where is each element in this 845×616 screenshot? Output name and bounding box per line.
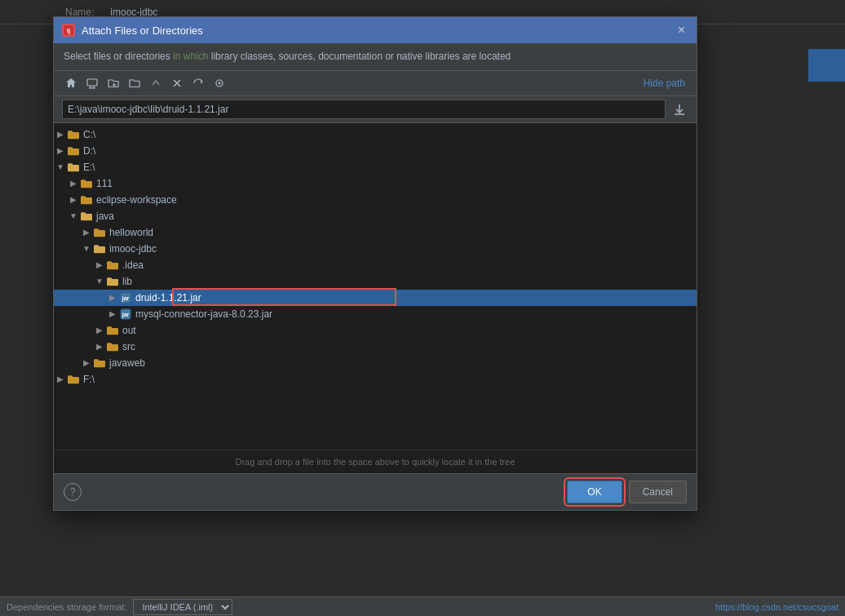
toolbar-home-button[interactable] [62,74,80,92]
tree-item-label: druid-1.1.21.jar [135,292,201,304]
file-tree-wrapper: ▶ C:\▶ D:\▼ E:\▶ 111▶ eclipse-workspace▼… [54,123,697,450]
tree-item-label: helloworld [109,227,153,238]
tree-item[interactable]: ▼ java [54,208,697,224]
help-button[interactable]: ? [64,483,82,501]
folder-icon [67,373,80,386]
tree-arrow: ▼ [93,277,106,286]
cancel-button[interactable]: Cancel [629,481,687,503]
hide-path-button[interactable]: Hide path [640,76,688,91]
tree-arrow: ▶ [67,179,80,188]
svg-point-11 [219,82,221,84]
tree-arrow: ▶ [93,260,106,269]
folder-icon [67,128,80,141]
tree-item[interactable]: ▶ helloworld [54,224,697,241]
tree-item[interactable]: ▶ src [54,339,697,355]
toolbar-refresh-button[interactable] [189,74,207,92]
folder-icon [80,193,93,206]
dialog-description: Select files or directories in which lib… [54,43,697,71]
right-panel-highlight [808,49,845,82]
dep-format-select[interactable]: IntelliJ IDEA (.iml) [133,599,232,615]
tree-item[interactable]: ▶ jar mysql-connector-java-8.0.23.jar [54,306,697,322]
ide-background: Name: imooc-jdbc Sources Paths Dependenc… [0,0,845,616]
folder-icon [80,210,93,223]
tree-item-label: lib [122,276,132,287]
tree-item-label: .idea [122,259,144,271]
tree-item[interactable]: ▶ out [54,322,697,339]
tree-item-label: java [96,211,114,222]
dialog-app-icon: ij [62,24,75,37]
tree-arrow: ▼ [54,162,67,171]
dep-format-section: Dependencies storage format: IntelliJ ID… [7,599,232,615]
toolbar-show-hidden-button[interactable] [210,74,228,92]
tree-item[interactable]: ▶ .idea [54,257,697,273]
folder-icon [80,177,93,190]
folder-icon [67,144,80,157]
tree-item[interactable]: ▼ imooc-jdbc [54,241,697,257]
tree-item[interactable]: ▶ javaweb [54,355,697,371]
tree-item-label: eclipse-workspace [96,194,177,206]
tree-item-label: C:\ [83,129,95,140]
tree-item[interactable]: ▶ C:\ [54,126,697,143]
tree-arrow: ▶ [54,146,67,155]
tree-arrow: ▶ [93,342,106,351]
jar-icon: jar [119,308,132,321]
tree-item[interactable]: ▶ F:\ [54,371,697,388]
folder-icon [106,275,119,288]
folder-icon [106,324,119,337]
tree-item-label: mysql-connector-java-8.0.23.jar [135,308,272,320]
path-bar [54,96,697,123]
ok-button[interactable]: OK [567,481,622,503]
tree-item[interactable]: ▼ E:\ [54,159,697,175]
tree-item-label: F:\ [83,374,95,385]
toolbar-new-folder-button[interactable] [104,74,122,92]
folder-icon [67,161,80,174]
status-url: https://blog.csdn.net/csucsgoat [715,602,838,612]
toolbar-folder-button[interactable] [126,74,144,92]
tree-arrow: ▶ [106,293,119,302]
tree-item[interactable]: ▶ jar druid-1.1.21.jar [54,290,697,306]
tree-arrow: ▶ [54,130,67,139]
tree-item[interactable]: ▼ lib [54,273,697,290]
tree-item-label: E:\ [83,162,95,173]
tree-arrow: ▼ [67,211,80,220]
tree-item-label: 111 [96,178,113,189]
tree-item-label: D:\ [83,145,95,157]
tree-arrow: ▶ [106,309,119,318]
path-input[interactable] [62,100,666,119]
dialog-toolbar: Hide path [54,71,697,96]
dialog-title-bar: ij Attach Files or Directories × [54,17,697,43]
toolbar-desktop-button[interactable] [83,74,101,92]
dialog-footer: ? OK Cancel [54,473,697,510]
tree-arrow: ▶ [80,228,93,237]
svg-text:ij: ij [67,27,70,34]
path-download-button[interactable] [670,100,688,118]
tree-item[interactable]: ▶ eclipse-workspace [54,192,697,208]
tree-item[interactable]: ▶ 111 [54,175,697,192]
tree-item[interactable]: ▶ D:\ [54,143,697,159]
file-tree: ▶ C:\▶ D:\▼ E:\▶ 111▶ eclipse-workspace▼… [54,123,697,450]
svg-text:jar: jar [122,312,130,318]
tree-item-label: out [122,325,136,336]
toolbar-navigate-up-button[interactable] [147,74,165,92]
tree-item-label: imooc-jdbc [109,243,157,255]
folder-icon [93,226,106,239]
tree-arrow: ▶ [80,358,93,367]
folder-icon [93,242,106,255]
folder-icon [106,340,119,353]
toolbar-delete-button[interactable] [168,74,186,92]
description-highlight: in which [173,51,208,62]
folder-icon [93,357,106,370]
svg-text:jar: jar [122,295,130,302]
tree-arrow: ▶ [67,195,80,204]
tree-arrow: ▶ [93,326,106,335]
dialog-close-button[interactable]: × [675,22,688,38]
tree-item-label: javaweb [109,357,145,369]
tree-arrow: ▶ [54,374,67,383]
svg-rect-2 [87,79,97,86]
tree-arrow: ▼ [80,244,93,253]
dep-format-label: Dependencies storage format: [7,602,126,612]
dialog-title: Attach Files or Directories [82,24,203,37]
jar-icon: jar [119,291,132,304]
folder-icon [106,259,119,272]
drag-drop-hint: Drag and drop a file into the space abov… [54,450,697,473]
